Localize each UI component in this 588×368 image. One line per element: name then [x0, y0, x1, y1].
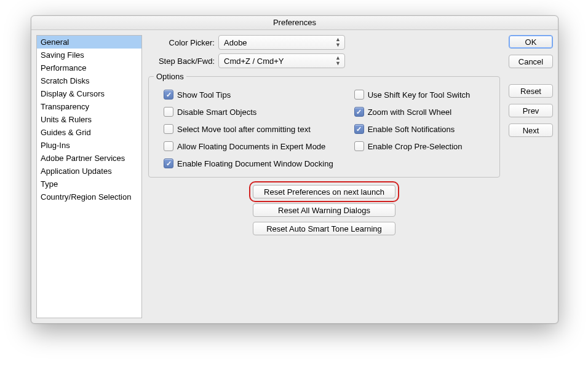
content-area: Color Picker: Adobe ▲▼ Step Back/Fwd: Cm…	[148, 35, 500, 318]
check-disable-smart-objects[interactable]: Disable Smart Objects	[149, 103, 335, 120]
sidebar-item-scratch-disks[interactable]: Scratch Disks	[37, 74, 141, 87]
check-soft-notifications[interactable]: ✓ Enable Soft Notifications	[340, 120, 492, 138]
check-crop-preselection[interactable]: Enable Crop Pre-Selection	[340, 138, 492, 155]
sidebar-item-general[interactable]: General	[37, 36, 141, 49]
checkbox-label: Show Tool Tips	[177, 90, 231, 100]
checkbox-icon	[164, 141, 173, 151]
label-color-picker: Color Picker:	[148, 38, 215, 47]
sidebar-item-partner-services[interactable]: Adobe Partner Services	[37, 152, 141, 165]
cancel-button[interactable]: Cancel	[509, 55, 553, 68]
chevron-updown-icon: ▲▼	[335, 55, 341, 66]
sidebar-item-plug-ins[interactable]: Plug-Ins	[37, 139, 141, 152]
checkbox-label: Disable Smart Objects	[177, 108, 256, 117]
sidebar-item-country-region[interactable]: Country/Region Selection	[37, 190, 141, 203]
checkbox-label: Enable Floating Document Window Docking	[177, 159, 333, 168]
sidebar-item-transparency[interactable]: Transparency	[37, 100, 141, 113]
select-value: Cmd+Z / Cmd+Y	[224, 57, 284, 66]
window-body: General Saving Files Performance Scratch…	[31, 30, 558, 323]
select-color-picker[interactable]: Adobe ▲▼	[218, 35, 345, 50]
check-zoom-scroll-wheel[interactable]: ✓ Zoom with Scroll Wheel	[340, 103, 492, 120]
checkbox-icon	[354, 90, 364, 100]
options-grid: ✓ Show Tool Tips Use Shift Key for Tool …	[149, 86, 492, 172]
main-area: Color Picker: Adobe ▲▼ Step Back/Fwd: Cm…	[148, 35, 553, 318]
check-select-move-after-commit[interactable]: Select Move tool after committing text	[149, 120, 335, 138]
sidebar-item-saving-files[interactable]: Saving Files	[37, 49, 141, 61]
chevron-updown-icon: ▲▼	[335, 37, 341, 48]
checkbox-icon: ✓	[164, 90, 173, 100]
sidebar-item-performance[interactable]: Performance	[37, 61, 141, 74]
reset-smart-tone-button[interactable]: Reset Auto Smart Tone Learning	[253, 222, 395, 235]
select-step-back[interactable]: Cmd+Z / Cmd+Y ▲▼	[218, 53, 345, 68]
row-color-picker: Color Picker: Adobe ▲▼	[148, 35, 500, 50]
checkbox-label: Enable Crop Pre-Selection	[368, 142, 463, 151]
sidebar-item-type[interactable]: Type	[37, 178, 141, 190]
checkbox-icon: ✓	[354, 107, 364, 117]
next-button[interactable]: Next	[509, 123, 553, 137]
options-group: Options ✓ Show Tool Tips Use Shift Key f…	[148, 72, 500, 178]
check-floating-window-docking[interactable]: ✓ Enable Floating Document Window Dockin…	[149, 155, 335, 172]
check-show-tool-tips[interactable]: ✓ Show Tool Tips	[149, 86, 335, 103]
label-step-back: Step Back/Fwd:	[148, 57, 215, 66]
checkbox-icon	[164, 107, 173, 117]
row-step-back: Step Back/Fwd: Cmd+Z / Cmd+Y ▲▼	[148, 53, 500, 68]
sidebar-item-application-updates[interactable]: Application Updates	[37, 165, 141, 178]
dialog-buttons: OK Cancel Reset Prev Next	[509, 35, 553, 318]
select-value: Adobe	[224, 38, 247, 47]
checkbox-label: Allow Floating Documents in Expert Mode	[177, 142, 325, 151]
prev-button[interactable]: Prev	[509, 104, 553, 117]
window-title: Preferences	[31, 16, 558, 30]
category-sidebar: General Saving Files Performance Scratch…	[36, 35, 142, 318]
checkbox-label: Zoom with Scroll Wheel	[368, 108, 452, 117]
sidebar-item-units-rulers[interactable]: Units & Rulers	[37, 113, 141, 126]
sidebar-item-display-cursors[interactable]: Display & Cursors	[37, 87, 141, 100]
center-buttons: Reset Preferences on next launch Reset A…	[148, 182, 500, 235]
reset-button[interactable]: Reset	[509, 84, 553, 98]
check-shift-tool-switch[interactable]: Use Shift Key for Tool Switch	[340, 86, 492, 103]
preferences-window: Preferences General Saving Files Perform…	[31, 15, 558, 324]
ok-button[interactable]: OK	[509, 35, 553, 49]
checkbox-label: Enable Soft Notifications	[368, 125, 455, 134]
checkbox-label: Select Move tool after committing text	[177, 125, 311, 134]
checkbox-icon	[354, 141, 364, 151]
checkbox-icon: ✓	[354, 124, 364, 134]
checkbox-label: Use Shift Key for Tool Switch	[368, 90, 471, 100]
check-floating-docs-expert[interactable]: Allow Floating Documents in Expert Mode	[149, 138, 335, 155]
checkbox-icon	[164, 124, 173, 134]
reset-warning-dialogs-button[interactable]: Reset All Warning Dialogs	[253, 203, 395, 217]
options-legend: Options	[154, 72, 186, 81]
reset-preferences-button[interactable]: Reset Preferences on next launch	[253, 185, 395, 198]
checkbox-icon: ✓	[164, 159, 173, 168]
sidebar-item-guides-grid[interactable]: Guides & Grid	[37, 126, 141, 139]
